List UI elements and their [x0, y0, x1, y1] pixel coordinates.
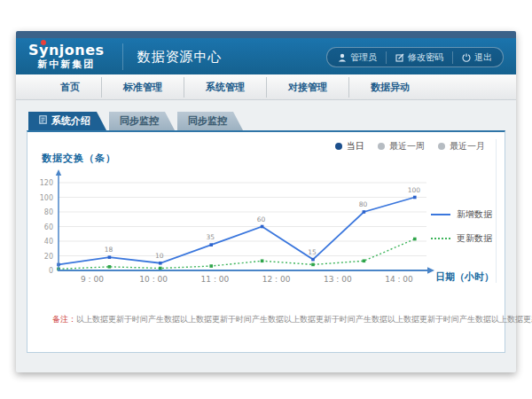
- svg-text:120: 120: [40, 179, 53, 187]
- data-point: [363, 210, 366, 214]
- legend-label: 新增数据: [457, 208, 492, 221]
- line-chart: 0204060801001209 : 0010 : 0011 : 0012 : …: [27, 168, 453, 332]
- logout-label: 退出: [474, 51, 492, 64]
- logout-button[interactable]: 退出: [452, 51, 501, 64]
- solid-line-icon: [431, 214, 450, 215]
- nav-item-system-mgmt[interactable]: 系统管理: [184, 77, 266, 98]
- content-area: 系统介绍 同步监控 同步监控 当日 最近一周: [16, 100, 516, 373]
- tab-system-intro[interactable]: 系统介绍: [28, 112, 106, 130]
- data-point: [311, 263, 315, 267]
- svg-text:9 : 00: 9 : 00: [81, 275, 104, 284]
- user-label: 管理员: [350, 51, 377, 64]
- tab-sync-monitor-1[interactable]: 同步监控: [109, 112, 175, 130]
- legend-item-new-data: 新增数据: [431, 208, 492, 221]
- logo-subtitle: 新中新集团: [28, 59, 105, 69]
- logo[interactable]: Synjones 新中新集团: [28, 43, 105, 69]
- svg-text:80: 80: [44, 208, 53, 216]
- footnote-text: 以上数据更新于时间产生数据以上数据更新于时间产生数据以上数据更新于时间产生数据以…: [76, 315, 532, 324]
- data-point: [209, 243, 213, 246]
- svg-text:12 : 00: 12 : 00: [262, 275, 291, 284]
- svg-text:15: 15: [308, 248, 317, 256]
- svg-text:20: 20: [44, 253, 53, 261]
- data-point: [108, 255, 112, 259]
- data-point: [363, 259, 366, 262]
- nav-item-interface-mgmt[interactable]: 对接管理: [266, 77, 348, 98]
- nav-item-data-change[interactable]: 数据异动: [348, 77, 431, 98]
- svg-text:10 : 00: 10 : 00: [139, 275, 168, 284]
- filter-label: 最近一月: [450, 140, 485, 153]
- tab-label: 系统介绍: [51, 114, 90, 128]
- svg-text:100: 100: [40, 194, 53, 202]
- data-point: [209, 264, 213, 268]
- data-point: [311, 258, 315, 262]
- svg-text:100: 100: [408, 186, 421, 194]
- top-strip: [16, 31, 516, 38]
- document-icon: [39, 115, 47, 127]
- nav-item-home[interactable]: 首页: [39, 77, 101, 98]
- svg-text:14 : 00: 14 : 00: [385, 275, 413, 284]
- svg-text:10: 10: [155, 252, 164, 260]
- logo-text: Synjones: [28, 43, 105, 58]
- app-window: Synjones 新中新集团 数据资源中心 管理员 修改密码: [16, 31, 516, 372]
- filter-today[interactable]: 当日: [335, 140, 364, 153]
- data-point: [261, 225, 264, 229]
- user-button[interactable]: 管理员: [329, 51, 386, 64]
- legend-label: 更新数据: [457, 232, 492, 245]
- svg-text:80: 80: [359, 200, 368, 208]
- data-point: [108, 265, 112, 269]
- change-password-button[interactable]: 修改密码: [386, 51, 452, 64]
- svg-text:18: 18: [105, 246, 113, 254]
- logo-red-dot-icon: [41, 40, 46, 45]
- footnote: 备注：以上数据更新于时间产生数据以上数据更新于时间产生数据以上数据更新于时间产生…: [52, 314, 532, 325]
- svg-text:0: 0: [49, 267, 53, 275]
- x-axis-title: 日期（小时）: [435, 270, 494, 284]
- app-header: Synjones 新中新集团 数据资源中心 管理员 修改密码: [16, 38, 516, 74]
- filter-last-month[interactable]: 最近一月: [438, 140, 485, 153]
- panel-divider: [496, 139, 497, 283]
- y-axis-title: 数据交换（条）: [42, 152, 116, 165]
- data-point: [261, 259, 264, 262]
- radio-dot-icon: [335, 143, 342, 150]
- tab-label: 同步监控: [120, 114, 159, 128]
- legend-item-updated-data: 更新数据: [431, 232, 492, 245]
- header-actions: 管理员 修改密码 退出: [326, 47, 504, 67]
- radio-dot-icon: [438, 143, 445, 150]
- tab-sync-monitor-2[interactable]: 同步监控: [177, 112, 243, 130]
- filter-last-week[interactable]: 最近一周: [378, 140, 425, 153]
- filter-label: 当日: [347, 140, 364, 153]
- radio-dot-icon: [378, 143, 385, 150]
- user-icon: [338, 53, 347, 62]
- data-point: [413, 196, 417, 200]
- svg-text:11 : 00: 11 : 00: [201, 275, 230, 284]
- main-nav: 首页 标准管理 系统管理 对接管理 数据异动: [16, 74, 516, 100]
- footnote-prefix: 备注：: [52, 315, 76, 324]
- svg-text:40: 40: [44, 238, 53, 246]
- power-icon: [462, 53, 471, 62]
- time-range-filters: 当日 最近一周 最近一月: [335, 140, 485, 153]
- series-line-更新数据: [59, 239, 415, 270]
- tab-bar: 系统介绍 同步监控 同步监控: [16, 100, 516, 130]
- svg-text:35: 35: [206, 233, 215, 241]
- nav-item-standard-mgmt[interactable]: 标准管理: [101, 77, 184, 98]
- data-point: [159, 267, 162, 270]
- data-point: [413, 238, 417, 241]
- filter-label: 最近一周: [389, 140, 425, 153]
- tab-label: 同步监控: [188, 114, 227, 128]
- page-title: 数据资源中心: [122, 43, 223, 70]
- dotted-line-icon: [431, 238, 450, 239]
- change-password-label: 修改密码: [408, 51, 443, 64]
- chart-legend: 新增数据 更新数据: [431, 208, 492, 256]
- svg-text:60: 60: [257, 215, 266, 223]
- svg-text:13 : 00: 13 : 00: [324, 275, 352, 284]
- edit-icon: [395, 53, 404, 62]
- svg-text:60: 60: [44, 223, 53, 231]
- data-point: [159, 262, 162, 265]
- chart-panel: 当日 最近一周 最近一月 数据交换（条） 0204060801001209 : …: [27, 130, 505, 353]
